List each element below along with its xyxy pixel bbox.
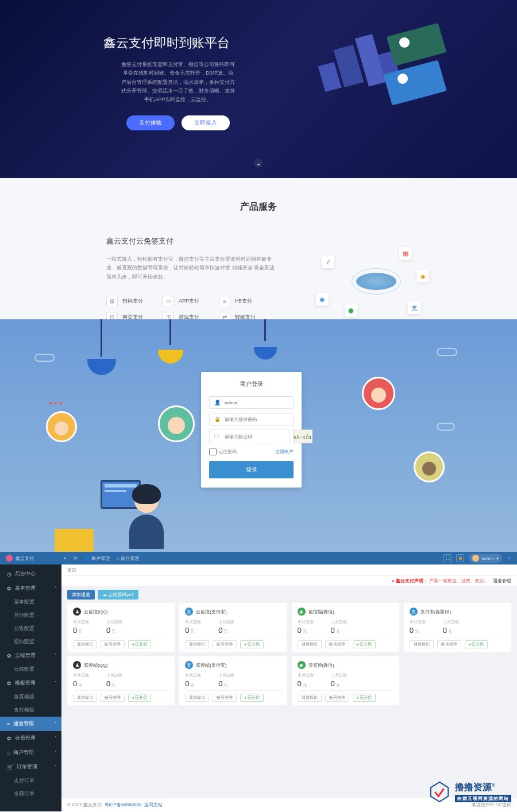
captcha-field[interactable]: 🛡 bbox=[209, 430, 290, 443]
more-icon[interactable]: ⋮ bbox=[507, 556, 511, 561]
channel-mark-button[interactable]: 通道标识 bbox=[73, 694, 97, 702]
product-item[interactable]: ≡H5支付 bbox=[219, 296, 271, 307]
status-toggle[interactable]: 已开启 bbox=[353, 640, 376, 648]
status-toggle[interactable]: 已开启 bbox=[465, 640, 488, 648]
channel-mark-button[interactable]: 通道标识 bbox=[298, 640, 322, 648]
status-toggle[interactable]: 已开启 bbox=[128, 694, 151, 702]
home-link[interactable]: 返回主站 bbox=[144, 802, 163, 807]
hero-illustration bbox=[304, 11, 454, 132]
status-toggle[interactable]: 已开启 bbox=[240, 694, 263, 702]
channel-mark-button[interactable]: 通道标识 bbox=[410, 640, 434, 648]
menu-toggle-icon[interactable]: ≡ bbox=[64, 556, 67, 561]
status-toggle[interactable]: 已开启 bbox=[128, 640, 151, 648]
sidebar-item-label: 基本管理 bbox=[15, 585, 36, 592]
channel-card: 支 支付宝(当面付) 本月总收0元 上月总收0元 通道标识 账号管理 已开启 bbox=[404, 603, 511, 652]
sidebar-subitem[interactable]: 首页模板 bbox=[0, 690, 61, 703]
sidebar-group[interactable]: ⌂商户管理˅ bbox=[0, 745, 61, 760]
sidebar-subitem[interactable]: 基本配置 bbox=[0, 596, 61, 609]
admin-topbar: 鑫云支付 ≡ ⟳ 👤 商户管理 ⌂ 后台管理 ⛶ 🔒 admin ▾ ⋮ bbox=[0, 552, 517, 564]
product-icon: ≡ bbox=[219, 296, 230, 307]
lock-screen-icon[interactable]: 🔒 bbox=[456, 554, 464, 562]
join-button[interactable]: 立即接入 bbox=[182, 115, 230, 130]
upload-source-button[interactable]: ☁ 上传源码yx1 bbox=[98, 590, 138, 600]
chevron-icon: ˅ bbox=[55, 722, 57, 726]
register-link[interactable]: 注册账户 bbox=[275, 448, 294, 455]
product-icon: ⊞ bbox=[106, 296, 118, 307]
password-field[interactable]: 🔒 bbox=[209, 413, 294, 426]
backend-link[interactable]: ⌂ 后台管理 bbox=[117, 555, 139, 562]
products-illustration: ✓ ▦ ◆ ◉ ⬢ 支 bbox=[310, 241, 442, 322]
sidebar-subitem[interactable]: 通知配置 bbox=[0, 635, 61, 648]
account-manage-button[interactable]: 账号管理 bbox=[213, 694, 237, 702]
sidebar-subitem[interactable]: 支付订单 bbox=[0, 774, 61, 787]
shield-icon: 🛡 bbox=[214, 434, 221, 439]
watermark-tag: 白嫖互联网资源的网站 bbox=[455, 795, 511, 802]
account-manage-button[interactable]: 账号管理 bbox=[213, 640, 237, 648]
refresh-icon[interactable]: ⟳ bbox=[74, 556, 78, 561]
channel-mark-button[interactable]: 通道标识 bbox=[185, 640, 209, 648]
products-desc: 一站式接入，轻松拥有支付宝，微信支付等主流支付渠道同时还拥有最专业，最直观的数据… bbox=[106, 255, 279, 281]
sidebar-item-label: 后台中心 bbox=[15, 570, 36, 578]
group-icon: ✿ bbox=[7, 736, 11, 741]
product-item[interactable]: ▭APP支付 bbox=[163, 296, 214, 307]
icp-link[interactable]: 粤ICP备88888888 bbox=[105, 802, 142, 807]
notice-text: 严禁一切擦边、涉黄、政治、 bbox=[429, 578, 489, 583]
lock-icon: 🔒 bbox=[214, 416, 221, 422]
sidebar-group[interactable]: ✿基本管理˄ bbox=[0, 581, 61, 596]
hero-desc: 免签支付系统无需和支付宝、微信等公司签约即可享受在线即时到账。资金无需托管，D0… bbox=[103, 60, 253, 104]
captcha-input[interactable] bbox=[225, 434, 285, 439]
status-toggle[interactable]: 已开启 bbox=[353, 694, 376, 702]
channel-mark-button[interactable]: 通道标识 bbox=[73, 640, 97, 648]
sidebar-group[interactable]: 🛒订单管理˄ bbox=[0, 760, 61, 774]
laptop-decoration bbox=[55, 529, 94, 552]
sidebar-group[interactable]: ✿会员管理˅ bbox=[0, 731, 61, 745]
sidebar-item-label: 商户管理 bbox=[13, 749, 34, 756]
channel-mark-button[interactable]: 通道标识 bbox=[298, 694, 322, 702]
fullscreen-icon[interactable]: ⛶ bbox=[443, 554, 452, 562]
status-toggle[interactable]: 已开启 bbox=[240, 640, 263, 648]
login-button[interactable]: 登录 bbox=[209, 461, 294, 478]
account-manage-button[interactable]: 账号管理 bbox=[101, 694, 125, 702]
password-input[interactable] bbox=[225, 417, 288, 422]
account-manage-button[interactable]: 账号管理 bbox=[437, 640, 461, 648]
username-input[interactable] bbox=[225, 400, 288, 405]
stat-value: 0元 bbox=[443, 626, 459, 635]
scroll-down-icon[interactable]: ⌄ bbox=[254, 158, 263, 168]
cloud-decoration bbox=[437, 423, 455, 431]
account-manage-button[interactable]: 账号管理 bbox=[325, 694, 349, 702]
products-title: 产品服务 bbox=[0, 201, 517, 213]
stat-label: 上月总收 bbox=[218, 619, 234, 625]
stat-value: 0元 bbox=[106, 626, 122, 635]
channel-mark-button[interactable]: 通道标识 bbox=[185, 694, 209, 702]
account-manage-button[interactable]: 账号管理 bbox=[325, 640, 349, 648]
sidebar-subitem[interactable]: 余额订单 bbox=[0, 787, 61, 801]
stat-label: 上月总收 bbox=[331, 672, 347, 678]
sidebar-subitem[interactable]: 云端配置 bbox=[0, 663, 61, 676]
logo-icon bbox=[6, 555, 13, 562]
stat-value: 0元 bbox=[185, 679, 201, 688]
stat-label: 上月总收 bbox=[106, 672, 122, 678]
user-menu[interactable]: admin ▾ bbox=[469, 554, 502, 563]
sidebar-item-home[interactable]: ◷ 后台中心 bbox=[0, 567, 61, 581]
merchant-link[interactable]: 👤 商户管理 bbox=[84, 555, 110, 562]
sidebar-group[interactable]: ≡通道管理˅ bbox=[0, 717, 61, 731]
sidebar-subitem[interactable]: 公告配置 bbox=[0, 622, 61, 635]
watermark-name: 撸撸资源 bbox=[455, 782, 492, 792]
sidebar-group[interactable]: ✿模板管理˄ bbox=[0, 676, 61, 690]
remember-checkbox[interactable]: 记住密码 bbox=[209, 448, 237, 455]
add-channel-button[interactable]: 添加通道 bbox=[67, 590, 95, 600]
admin-logo[interactable]: 鑫云支付 bbox=[6, 555, 60, 562]
sidebar-subitem[interactable]: 其他配置 bbox=[0, 609, 61, 622]
avatar-decoration bbox=[46, 411, 77, 442]
try-button[interactable]: 支付体验 bbox=[126, 115, 175, 130]
account-manage-button[interactable]: 账号管理 bbox=[101, 640, 125, 648]
sidebar-group[interactable]: ✿云端管理˄ bbox=[0, 648, 61, 663]
notice-link[interactable]: 通道管理 bbox=[493, 578, 511, 583]
product-item[interactable]: ⊞扫码支付 bbox=[106, 296, 158, 307]
username-field[interactable]: 👤 bbox=[209, 396, 294, 409]
captcha-image[interactable]: nk·nfh bbox=[293, 430, 312, 443]
channel-icon: ◉ bbox=[298, 661, 306, 669]
watermark-logo-icon bbox=[429, 781, 450, 803]
admin-panel: 鑫云支付 ≡ ⟳ 👤 商户管理 ⌂ 后台管理 ⛶ 🔒 admin ▾ ⋮ ◷ 后… bbox=[0, 552, 517, 811]
sidebar-subitem[interactable]: 支付模板 bbox=[0, 703, 61, 717]
